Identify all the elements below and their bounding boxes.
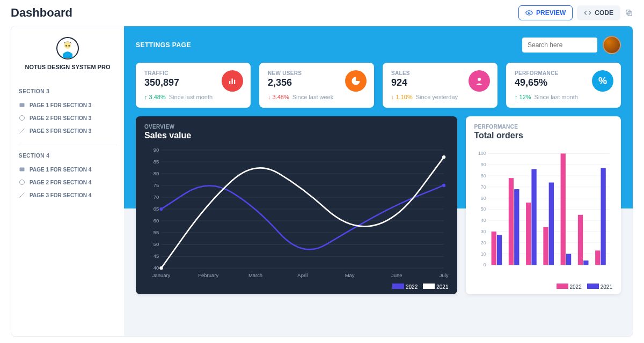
sidebar-item-section4-3[interactable]: PAGE 3 FOR SECTION 4 [19,189,116,202]
svg-text:85: 85 [153,159,159,165]
svg-text:90: 90 [153,147,159,153]
svg-rect-73 [526,203,531,265]
arrow-up-icon: ↑ 3.48% [144,94,166,100]
svg-text:55: 55 [153,229,159,235]
overview-chart-card: OVERVIEW Sales value 4045505560657075808… [136,116,457,294]
pie-chart-icon [345,70,367,92]
stat-card-sales: SALES924↓ 1.10%Since yesterday [383,63,497,108]
svg-text:40: 40 [480,218,486,223]
svg-point-45 [159,266,163,270]
nav-icon [19,128,25,134]
copy-icon[interactable] [625,9,633,17]
svg-text:90: 90 [480,162,486,167]
svg-text:0: 0 [483,262,486,267]
svg-text:May: May [345,272,355,278]
svg-point-3 [64,42,71,49]
svg-rect-77 [560,153,565,265]
sidebar-item-label: PAGE 2 FOR SECTION 4 [30,180,91,185]
stat-delta: ↑ 3.48%Since last month [144,94,242,100]
svg-text:45: 45 [153,253,159,259]
svg-point-43 [159,207,163,211]
performance-legend: 2022 2021 [474,284,613,290]
eye-icon [525,9,533,17]
svg-text:January: January [152,272,171,278]
nav-icon [19,102,25,108]
users-icon [469,70,490,92]
page-title: Dashboard [11,6,72,20]
performance-overline: PERFORMANCE [474,124,613,130]
code-button[interactable]: CODE [577,5,620,20]
svg-rect-76 [548,183,553,265]
sidebar-item-section3-3[interactable]: PAGE 3 FOR SECTION 3 [19,124,116,137]
svg-rect-80 [583,260,588,265]
stat-delta: ↑ 12%Since last month [515,94,612,100]
svg-text:July: July [440,272,449,278]
svg-text:50: 50 [153,241,159,247]
topbar-title: SETTINGS PAGE [136,41,191,49]
sidebar: NOTUS DESIGN SYSTEM PRO SECTION 3 PAGE 1… [11,26,124,336]
header-actions: PREVIEW CODE [518,5,633,20]
overview-overline: OVERVIEW [144,124,449,130]
svg-text:10: 10 [480,251,486,257]
overview-title: Sales value [144,131,449,140]
svg-text:70: 70 [480,184,486,190]
svg-text:40: 40 [153,265,159,271]
sidebar-item-section3-2[interactable]: PAGE 2 FOR SECTION 3 [19,111,116,124]
svg-rect-6 [20,103,25,107]
svg-rect-71 [508,178,513,265]
svg-rect-75 [543,227,548,265]
svg-rect-10 [229,81,230,84]
sidebar-item-section3-1[interactable]: PAGE 1 FOR SECTION 3 [19,99,116,111]
nav-icon [19,115,25,121]
nav-icon [19,179,25,185]
svg-text:70: 70 [153,194,159,200]
stat-card-new-users: NEW USERS2,356↓ 3.48%Since last week [259,63,374,108]
svg-point-7 [20,116,25,121]
percent-icon: % [592,70,613,92]
sidebar-item-label: PAGE 3 FOR SECTION 3 [30,128,91,134]
svg-rect-81 [595,250,600,265]
svg-rect-8 [20,168,25,172]
brand-logo [56,37,79,59]
svg-point-0 [528,12,530,14]
code-icon [584,9,591,17]
chart-bar-icon [222,70,243,92]
svg-rect-72 [514,189,519,265]
svg-point-4 [65,45,67,47]
svg-rect-12 [234,80,235,84]
brand-name: NOTUS DESIGN SYSTEM PRO [25,64,111,70]
sidebar-item-section4-2[interactable]: PAGE 2 FOR SECTION 4 [19,176,116,189]
stat-card-performance: PERFORMANCE49,65%↑ 12%Since last month% [506,63,621,108]
nav-icon [19,192,25,198]
avatar[interactable] [603,36,621,54]
svg-text:80: 80 [480,173,486,178]
svg-text:80: 80 [153,170,159,176]
stat-delta: ↓ 1.10%Since yesterday [391,94,489,100]
performance-title: Total orders [474,131,613,140]
svg-rect-70 [496,235,501,265]
arrow-up-icon: ↑ 12% [515,94,531,100]
svg-text:75: 75 [153,182,159,188]
sidebar-item-label: PAGE 1 FOR SECTION 4 [30,167,91,173]
svg-rect-11 [232,79,233,85]
svg-text:June: June [391,272,402,278]
svg-point-5 [68,45,70,47]
svg-rect-74 [531,169,536,265]
sidebar-item-section4-1[interactable]: PAGE 1 FOR SECTION 4 [19,163,116,176]
section-4-header: SECTION 4 [19,145,116,159]
sidebar-item-label: PAGE 3 FOR SECTION 4 [30,192,91,198]
sidebar-item-label: PAGE 1 FOR SECTION 3 [30,102,91,108]
performance-chart-card: PERFORMANCE Total orders 010203040506070… [466,116,621,294]
section-3-header: SECTION 3 [19,88,116,94]
svg-point-9 [20,180,25,185]
svg-text:60: 60 [153,218,159,223]
overview-legend: 2022 2021 [144,284,449,290]
svg-point-44 [442,184,445,187]
search-input[interactable] [522,38,597,53]
preview-button[interactable]: PREVIEW [518,5,573,20]
svg-text:March: March [248,272,262,278]
sidebar-item-label: PAGE 2 FOR SECTION 3 [30,115,91,121]
svg-rect-78 [566,254,570,265]
svg-point-13 [478,78,481,81]
stat-card-traffic: TRAFFIC350,897↑ 3.48%Since last month [136,63,251,108]
